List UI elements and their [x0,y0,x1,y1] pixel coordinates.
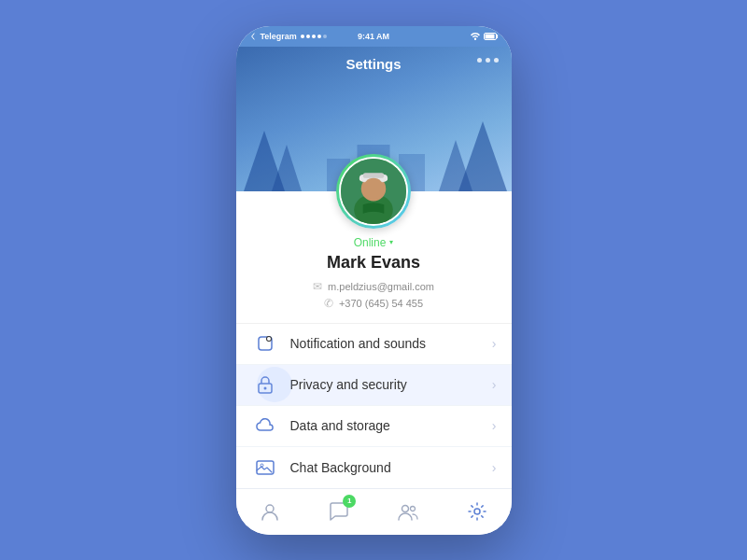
wifi-icon [470,32,481,40]
carrier-label: Telegram [261,32,297,41]
svg-rect-7 [363,173,385,178]
phone-icon: ✆ [324,297,333,310]
settings-item-notifications[interactable]: Notification and sounds › [236,324,512,365]
online-label: Online [354,236,387,249]
tab-settings[interactable] [443,489,512,535]
data-label: Data and storage [290,418,492,433]
background-chevron: › [492,460,497,475]
header-dot-3 [494,58,499,63]
online-status[interactable]: Online ▾ [354,236,394,249]
profile-tab-icon [260,501,280,522]
tab-contacts[interactable] [374,489,443,535]
battery-icon [484,33,499,40]
lock-icon [257,375,274,394]
avatar-ring [336,154,411,229]
status-right [470,32,499,40]
phone-value: +370 (645) 54 455 [339,298,423,309]
svg-point-17 [402,506,408,512]
notifications-chevron: › [492,336,497,351]
email-row: ✉ m.peldzius@gmail.com [313,280,434,293]
settings-list: Notification and sounds › Privacy and se… [236,324,512,488]
svg-point-15 [261,464,263,467]
settings-item-privacy[interactable]: Privacy and security › [236,365,512,406]
header-section: Settings [236,47,512,191]
header-dot-1 [477,58,482,63]
settings-item-data[interactable]: Data and storage › [236,406,512,447]
tab-messages[interactable]: 1 [304,489,374,535]
contacts-tab-icon [398,501,418,522]
cloud-icon [256,418,275,433]
header-dots [477,58,499,63]
svg-rect-1 [485,34,494,38]
notifications-label: Notification and sounds [290,336,492,351]
data-chevron: › [492,418,497,433]
privacy-label: Privacy and security [290,377,492,392]
tab-profile[interactable] [236,489,305,535]
status-left: Telegram [249,32,327,41]
background-icon-wrap [251,454,279,482]
svg-point-11 [267,337,271,341]
status-time: 9:41 AM [358,32,389,41]
svg-point-8 [363,177,385,199]
status-bar: Telegram 9:41 AM [236,26,512,47]
bell-icon [256,334,275,353]
settings-tab-icon [467,501,487,522]
email-value: m.peldzius@gmail.com [328,281,434,292]
signal-dots [301,35,327,38]
messages-badge: 1 [343,495,356,508]
notifications-icon-wrap [251,329,279,357]
phone-frame: Telegram 9:41 AM [236,26,512,535]
svg-point-19 [474,509,480,514]
avatar [339,157,408,226]
user-name[interactable]: Mark Evans [327,253,420,273]
svg-point-16 [266,505,274,512]
image-icon [256,460,275,475]
data-icon-wrap [251,412,279,440]
email-icon: ✉ [313,280,322,293]
privacy-chevron: › [492,377,497,392]
privacy-icon-wrap [251,371,279,399]
tab-bar: 1 [236,488,512,535]
phone-row: ✆ +370 (645) 54 455 [324,297,423,310]
back-icon [249,33,257,40]
header-dot-2 [486,58,490,63]
header-title: Settings [236,56,512,72]
chevron-down-icon: ▾ [389,238,393,246]
avatar-wrapper[interactable] [336,154,411,229]
svg-point-13 [263,387,266,390]
settings-item-background[interactable]: Chat Background › [236,447,512,488]
svg-point-18 [410,507,415,511]
background-label: Chat Background [290,460,492,475]
avatar-image [341,157,406,226]
